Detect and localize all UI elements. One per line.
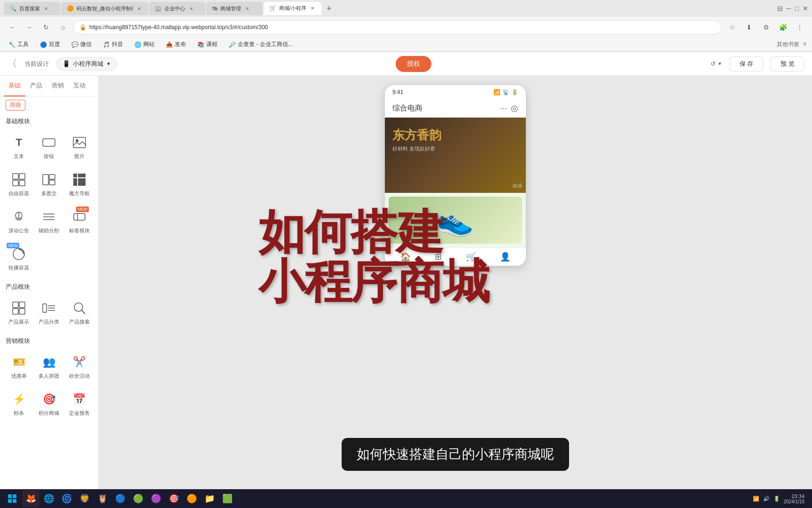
home-button[interactable]: ⌂ [56,21,70,34]
advanced-label[interactable]: 商级 [6,100,25,111]
tab-baidu[interactable]: 🔍 百度搜索 ✕ [4,2,60,15]
phone-content: 东方香韵 好材料 发现款好香 由成 👟 [385,118,526,247]
module-product-category[interactable]: 产品分类 [36,296,62,329]
tab-mini-program-favicon: 🛒 [269,5,276,11]
module-product-search[interactable]: 产品搜索 [66,296,93,329]
module-points[interactable]: 🎯 积分商城 [36,387,62,421]
taskbar-app-app1[interactable]: 🦉 [94,490,111,507]
group-buy-label: 多人拼团 [39,373,59,380]
module-carousel[interactable]: NEW 轮播容器 [6,242,32,275]
bookmark-course[interactable]: 📚 课程 [195,40,220,49]
module-coupon[interactable]: 🎫 优惠券 [6,350,32,383]
preview-button[interactable]: 预 览 [771,56,804,71]
bookmark-tools[interactable]: 🔧 工具 [6,40,31,49]
phone-home-icon: 🏠 [400,252,411,262]
taskbar-time: 23:34 [784,493,805,499]
taskbar-clock[interactable]: 23:34 2024/1/15 [784,493,805,504]
download-button[interactable]: ⬇ [742,21,756,34]
taskbar-app-excel[interactable]: 🟩 [219,490,236,507]
scroll-notice-label: 滚动公告 [8,227,29,234]
tab-enterprise[interactable]: 🏢 企业中心 ✕ [149,2,205,15]
tab-mini-program[interactable]: 🛒 商城/小程序 ✕ [264,2,321,15]
module-text[interactable]: T 文本 [6,130,32,164]
refresh-button[interactable]: ↻ [39,21,53,34]
phone-nav-grid[interactable]: ⊞ [435,252,442,262]
taskbar-app-app2[interactable]: 🔵 [112,490,129,507]
taskbar-app-chrome[interactable]: 🌐 [40,490,57,507]
taskbar-app-files[interactable]: 📁 [201,490,218,507]
taskbar-app-edge[interactable]: 🌀 [58,490,75,507]
tab-shop-manage-favicon: 🛍 [212,5,218,12]
module-presale[interactable]: 📅 定金预售 [66,387,93,421]
windows-start-button[interactable] [4,490,21,507]
back-button[interactable]: ← [6,21,19,34]
app-selector[interactable]: 📱 小程序商城 ▼ [56,57,117,71]
tab-mallapp-close[interactable]: ✕ [136,5,142,12]
undo-button[interactable]: ↺ ▼ [710,60,722,67]
bookmark-wechat[interactable]: 💬 微信 [69,40,94,49]
svg-rect-40 [13,499,16,503]
module-image[interactable]: 图片 [66,130,93,164]
address-bar[interactable]: 🔒 https://huang897157type-40.mallapp.vip… [73,20,722,34]
phone-app-title-text: 综合电商 [392,103,422,113]
close-window-icon[interactable]: ✕ [803,5,808,12]
minimize-icon[interactable]: ─ [787,5,791,12]
header-center: 授权 [125,56,703,72]
maximize-icon[interactable]: □ [795,5,799,12]
new-tab-button[interactable]: + [322,2,336,15]
tab-baidu-close[interactable]: ✕ [43,5,49,12]
module-product-display[interactable]: 产品展示 [6,296,32,329]
header-back-button[interactable]: 〈 [8,57,17,70]
product-modules-title: 产品模块 [6,283,93,291]
browser-menu[interactable]: ⋮ [793,21,806,34]
module-scroll-notice[interactable]: 滚动公告 [6,205,32,238]
extensions-button[interactable]: 🧩 [776,21,789,34]
bookmark-publish[interactable]: 📤 发布 [163,40,189,49]
tab-shop-manage[interactable]: 🛍 商城管理 ✕ [206,2,263,15]
taskbar-app-brave[interactable]: 🦁 [76,490,93,507]
authorize-button[interactable]: 授权 [396,56,431,72]
phone-hero-main-text: 东方香韵 [392,127,441,143]
forward-button[interactable]: → [23,21,36,34]
product-category-label: 产品分类 [39,318,59,325]
bookmark-douyin[interactable]: 🎵 抖音 [100,40,126,49]
save-button[interactable]: 保 存 [730,56,764,71]
sidebar-tab-marketing[interactable]: 营销 [47,76,69,96]
module-flash-sale[interactable]: ⚡ 秒杀 [6,387,32,421]
module-button[interactable]: 按钮 [36,130,62,164]
tab-list-icon[interactable]: ⊟ [777,5,783,12]
tab-mallapp[interactable]: 🟠 码云数智_微信小程序制作平台 ✕ [61,2,148,15]
svg-rect-29 [13,309,18,314]
svg-rect-6 [19,180,25,186]
module-divider[interactable]: 辅助分割 [36,205,62,238]
taskbar-app-firefox[interactable]: 🦊 [23,490,39,507]
module-free-container[interactable]: 自由容器 [6,167,32,201]
tab-mini-program-close[interactable]: ✕ [309,5,316,11]
module-multi-image[interactable]: 多图文 [36,167,62,201]
bookmark-website[interactable]: 🌐 网站 [132,40,157,49]
bookmark-qicha[interactable]: 🔎 企查查 - 企业工商信... [226,40,296,49]
phone-nav-profile[interactable]: 👤 [500,252,510,262]
taskbar-app-app6[interactable]: 🟠 [183,490,200,507]
svg-rect-9 [49,180,55,185]
bookmark-baidu[interactable]: 🔵 百度 [37,40,63,49]
taskbar-app-app4[interactable]: 🟣 [148,490,164,507]
sidebar-tab-basic[interactable]: 基础 [4,76,25,96]
tab-enterprise-close[interactable]: ✕ [188,5,195,12]
taskbar-app-app5[interactable]: 🎯 [165,490,182,507]
phone-nav-cart[interactable]: 🛒 [466,252,476,262]
taskbar-app-app3[interactable]: 🟢 [130,490,147,507]
module-group-buy[interactable]: 👥 多人拼团 [36,350,62,383]
module-bargain[interactable]: ✂️ 砍价活动 [66,350,93,383]
sidebar-tab-interact[interactable]: 互动 [69,76,90,96]
reading-list-icon[interactable]: ≡ [803,40,806,48]
bookmark-star[interactable]: ☆ [726,21,739,34]
module-tag[interactable]: NEW 标签模块 [66,205,93,238]
phone-hero-sub-text: 好材料 发现款好香 [392,145,441,152]
phone-nav-home[interactable]: 🏠 [400,252,411,262]
sidebar-tab-product[interactable]: 产品 [25,76,47,96]
tab-shop-manage-close[interactable]: ✕ [244,5,250,12]
module-magic-nav[interactable]: 魔方导航 [66,167,93,201]
settings-button[interactable]: ⚙ [759,21,773,34]
bookmark-qicha-icon: 🔎 [229,41,236,48]
